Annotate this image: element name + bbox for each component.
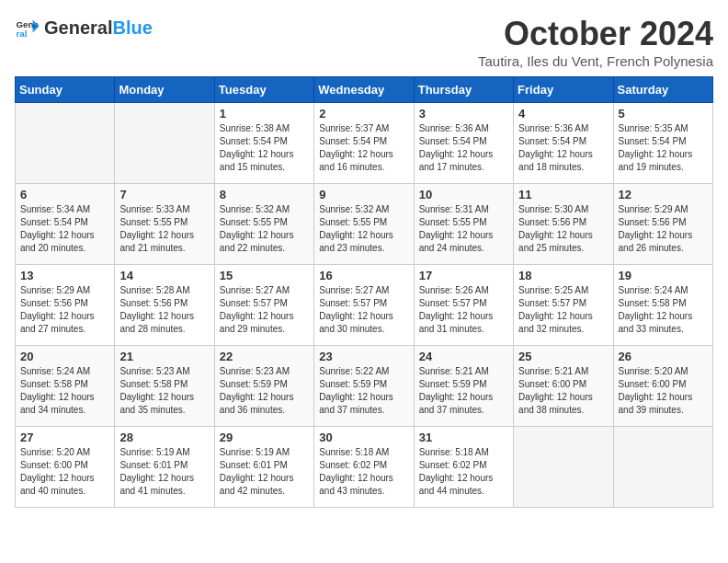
day-number: 13 xyxy=(20,269,109,282)
logo-blue: Blue xyxy=(112,17,152,39)
calendar-cell: 23Sunrise: 5:22 AMSunset: 5:59 PMDayligh… xyxy=(314,346,414,427)
calendar-cell: 31Sunrise: 5:18 AMSunset: 6:02 PMDayligh… xyxy=(414,427,513,508)
day-info: Sunrise: 5:19 AMSunset: 6:01 PMDaylight:… xyxy=(119,446,209,498)
day-info: Sunrise: 5:20 AMSunset: 6:00 PMDaylight:… xyxy=(20,446,109,498)
sunrise-time: Sunrise: 5:29 AM xyxy=(20,284,109,297)
sunset-time: Sunset: 6:01 PM xyxy=(119,459,209,472)
calendar-cell: 11Sunrise: 5:30 AMSunset: 5:56 PMDayligh… xyxy=(514,184,613,265)
day-number: 24 xyxy=(419,350,508,363)
calendar-cell xyxy=(115,103,214,184)
day-header-friday: Friday xyxy=(514,77,613,103)
sunset-time: Sunset: 5:54 PM xyxy=(518,135,608,148)
day-number: 22 xyxy=(220,350,309,363)
day-info: Sunrise: 5:32 AMSunset: 5:55 PMDaylight:… xyxy=(220,203,309,255)
day-info: Sunrise: 5:19 AMSunset: 6:01 PMDaylight:… xyxy=(220,446,309,498)
calendar-cell: 22Sunrise: 5:23 AMSunset: 5:59 PMDayligh… xyxy=(214,346,313,427)
day-number: 31 xyxy=(419,431,508,444)
logo-icon: Gene ral xyxy=(15,15,40,40)
calendar-cell: 1Sunrise: 5:38 AMSunset: 5:54 PMDaylight… xyxy=(214,103,313,184)
day-number: 6 xyxy=(20,188,109,201)
day-number: 19 xyxy=(619,269,708,282)
calendar-cell: 10Sunrise: 5:31 AMSunset: 5:55 PMDayligh… xyxy=(414,184,513,265)
day-info: Sunrise: 5:29 AMSunset: 5:56 PMDaylight:… xyxy=(619,203,708,255)
daylight-hours: Daylight: 12 hours and 35 minutes. xyxy=(119,391,209,417)
sunset-time: Sunset: 5:54 PM xyxy=(20,216,109,229)
sunset-time: Sunset: 5:54 PM xyxy=(619,135,708,148)
sunset-time: Sunset: 5:56 PM xyxy=(119,297,209,310)
sunrise-time: Sunrise: 5:21 AM xyxy=(419,365,508,378)
day-info: Sunrise: 5:18 AMSunset: 6:02 PMDaylight:… xyxy=(319,446,408,498)
sunrise-time: Sunrise: 5:18 AM xyxy=(419,446,508,459)
daylight-hours: Daylight: 12 hours and 21 minutes. xyxy=(119,229,209,255)
calendar-cell: 26Sunrise: 5:20 AMSunset: 6:00 PMDayligh… xyxy=(613,346,712,427)
daylight-hours: Daylight: 12 hours and 15 minutes. xyxy=(220,148,309,174)
day-number: 7 xyxy=(119,188,209,201)
day-info: Sunrise: 5:27 AMSunset: 5:57 PMDaylight:… xyxy=(319,284,408,336)
sunrise-time: Sunrise: 5:19 AM xyxy=(220,446,309,459)
sunrise-time: Sunrise: 5:24 AM xyxy=(20,365,109,378)
logo-general: General xyxy=(44,17,112,39)
daylight-hours: Daylight: 12 hours and 30 minutes. xyxy=(319,310,408,336)
sunrise-time: Sunrise: 5:37 AM xyxy=(319,122,408,135)
sunrise-time: Sunrise: 5:28 AM xyxy=(119,284,209,297)
sunrise-time: Sunrise: 5:35 AM xyxy=(619,122,708,135)
sunset-time: Sunset: 6:00 PM xyxy=(20,459,109,472)
day-header-saturday: Saturday xyxy=(613,77,712,103)
calendar-cell: 5Sunrise: 5:35 AMSunset: 5:54 PMDaylight… xyxy=(613,103,712,184)
sunset-time: Sunset: 5:58 PM xyxy=(20,378,109,391)
month-title: October 2024 xyxy=(478,15,713,53)
sunrise-time: Sunrise: 5:34 AM xyxy=(20,203,109,216)
daylight-hours: Daylight: 12 hours and 16 minutes. xyxy=(319,148,408,174)
calendar-cell: 4Sunrise: 5:36 AMSunset: 5:54 PMDaylight… xyxy=(514,103,613,184)
daylight-hours: Daylight: 12 hours and 17 minutes. xyxy=(419,148,508,174)
sunrise-time: Sunrise: 5:23 AM xyxy=(220,365,309,378)
day-number: 29 xyxy=(220,431,309,444)
calendar-table: SundayMondayTuesdayWednesdayThursdayFrid… xyxy=(15,76,713,508)
daylight-hours: Daylight: 12 hours and 44 minutes. xyxy=(419,472,508,498)
day-number: 12 xyxy=(619,188,708,201)
day-info: Sunrise: 5:28 AMSunset: 5:56 PMDaylight:… xyxy=(119,284,209,336)
daylight-hours: Daylight: 12 hours and 31 minutes. xyxy=(419,310,508,336)
calendar-cell: 30Sunrise: 5:18 AMSunset: 6:02 PMDayligh… xyxy=(314,427,414,508)
calendar-cell: 29Sunrise: 5:19 AMSunset: 6:01 PMDayligh… xyxy=(214,427,313,508)
calendar-cell: 25Sunrise: 5:21 AMSunset: 6:00 PMDayligh… xyxy=(514,346,613,427)
daylight-hours: Daylight: 12 hours and 22 minutes. xyxy=(220,229,309,255)
sunset-time: Sunset: 5:55 PM xyxy=(119,216,209,229)
daylight-hours: Daylight: 12 hours and 24 minutes. xyxy=(419,229,508,255)
day-info: Sunrise: 5:18 AMSunset: 6:02 PMDaylight:… xyxy=(419,446,508,498)
daylight-hours: Daylight: 12 hours and 32 minutes. xyxy=(518,310,608,336)
day-number: 20 xyxy=(20,350,109,363)
sunset-time: Sunset: 5:54 PM xyxy=(419,135,508,148)
sunrise-time: Sunrise: 5:21 AM xyxy=(518,365,608,378)
daylight-hours: Daylight: 12 hours and 28 minutes. xyxy=(119,310,209,336)
sunset-time: Sunset: 5:58 PM xyxy=(119,378,209,391)
sunrise-time: Sunrise: 5:22 AM xyxy=(319,365,408,378)
sunrise-time: Sunrise: 5:30 AM xyxy=(518,203,608,216)
sunrise-time: Sunrise: 5:24 AM xyxy=(619,284,708,297)
sunset-time: Sunset: 5:57 PM xyxy=(518,297,608,310)
logo: Gene ral GeneralBlue xyxy=(15,15,153,40)
calendar-cell xyxy=(16,103,115,184)
calendar-week-5: 27Sunrise: 5:20 AMSunset: 6:00 PMDayligh… xyxy=(16,427,713,508)
day-number: 11 xyxy=(518,188,608,201)
sunset-time: Sunset: 5:58 PM xyxy=(619,297,708,310)
calendar-cell: 3Sunrise: 5:36 AMSunset: 5:54 PMDaylight… xyxy=(414,103,513,184)
day-number: 2 xyxy=(319,107,408,121)
daylight-hours: Daylight: 12 hours and 41 minutes. xyxy=(119,472,209,498)
title-block: October 2024 Tautira, Iles du Vent, Fren… xyxy=(478,15,713,69)
location-subtitle: Tautira, Iles du Vent, French Polynesia xyxy=(478,53,713,69)
sunset-time: Sunset: 5:57 PM xyxy=(419,297,508,310)
daylight-hours: Daylight: 12 hours and 36 minutes. xyxy=(220,391,309,417)
daylight-hours: Daylight: 12 hours and 26 minutes. xyxy=(619,229,708,255)
day-header-sunday: Sunday xyxy=(16,77,115,103)
calendar-week-3: 13Sunrise: 5:29 AMSunset: 5:56 PMDayligh… xyxy=(16,265,713,346)
sunrise-time: Sunrise: 5:32 AM xyxy=(220,203,309,216)
sunrise-time: Sunrise: 5:38 AM xyxy=(220,122,309,135)
sunset-time: Sunset: 5:55 PM xyxy=(419,216,508,229)
sunrise-time: Sunrise: 5:25 AM xyxy=(518,284,608,297)
day-number: 1 xyxy=(220,107,309,121)
day-info: Sunrise: 5:36 AMSunset: 5:54 PMDaylight:… xyxy=(419,122,508,174)
sunrise-time: Sunrise: 5:20 AM xyxy=(619,365,708,378)
calendar-cell: 17Sunrise: 5:26 AMSunset: 5:57 PMDayligh… xyxy=(414,265,513,346)
day-number: 9 xyxy=(319,188,408,201)
